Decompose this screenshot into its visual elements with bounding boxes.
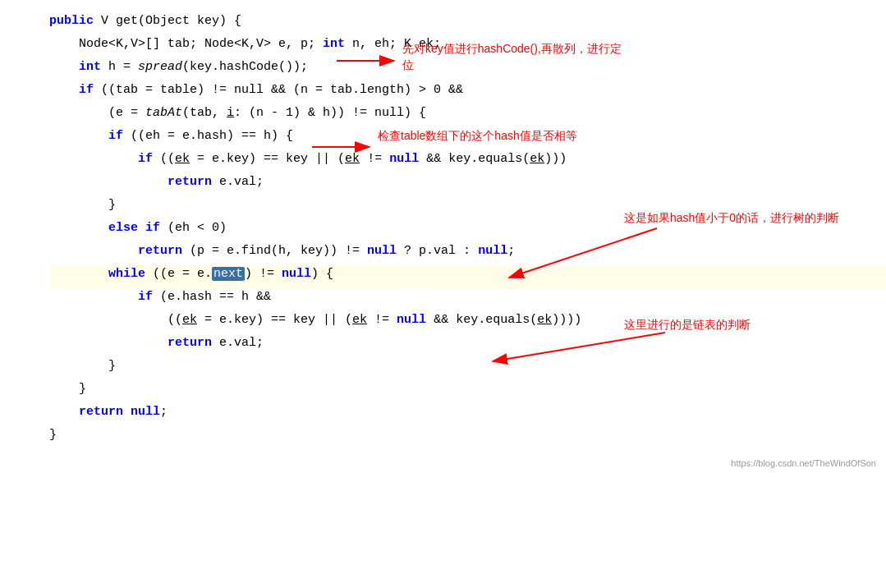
code-line-4: if ((tab = table) != null && (n = tab.le… bbox=[49, 82, 886, 105]
code-text: if ((tab = table) != null && (n = tab.le… bbox=[49, 83, 463, 97]
code-line-12: while ((e = e.next) != null) { bbox=[49, 266, 886, 289]
code-line-7: if ((ek = e.key) == key || (ek != null &… bbox=[49, 151, 886, 174]
code-text: } bbox=[49, 428, 57, 442]
code-text: } bbox=[49, 382, 86, 396]
code-line-14: ((ek = e.key) == key || (ek != null && k… bbox=[49, 312, 886, 335]
code-line-18: return null; bbox=[49, 404, 886, 427]
code-text: (e = tabAt(tab, i: (n - 1) & h)) != null… bbox=[49, 106, 426, 120]
code-text: if ((eh = e.hash) == h) { bbox=[49, 129, 293, 143]
watermark: https://blog.csdn.net/TheWindOfSon bbox=[731, 458, 876, 468]
code-text: if ((ek = e.key) == key || (ek != null &… bbox=[49, 152, 567, 166]
code-line-17: } bbox=[49, 381, 886, 404]
code-line-10: else if (eh < 0) bbox=[49, 220, 886, 243]
code-line-13: if (e.hash == h && bbox=[49, 289, 886, 312]
code-line-11: return (p = e.find(h, key)) != null ? p.… bbox=[49, 243, 886, 266]
code-text: return e.val; bbox=[49, 175, 264, 189]
code-text: while ((e = e.next) != null) { bbox=[49, 267, 333, 281]
code-text: return (p = e.find(h, key)) != null ? p.… bbox=[49, 244, 515, 258]
code-text: else if (eh < 0) bbox=[49, 221, 227, 235]
code-text: } bbox=[49, 359, 116, 373]
code-text: ((ek = e.key) == key || (ek != null && k… bbox=[49, 313, 581, 327]
code-line-6: if ((eh = e.hash) == h) { bbox=[49, 128, 886, 151]
code-text: return e.val; bbox=[49, 336, 264, 350]
code-line-8: return e.val; bbox=[49, 174, 886, 197]
code-line-3: int h = spread(key.hashCode()); bbox=[49, 59, 886, 82]
code-line-19: } bbox=[49, 427, 886, 450]
code-line-15: return e.val; bbox=[49, 335, 886, 358]
code-container: public V get(Object key) { Node<K,V>[] t… bbox=[0, 0, 886, 475]
code-text: if (e.hash == h && bbox=[49, 290, 271, 304]
code-line-1: public V get(Object key) { bbox=[49, 13, 886, 36]
code-line-2: Node<K,V>[] tab; Node<K,V> e, p; int n, … bbox=[49, 36, 886, 59]
code-text: } bbox=[49, 198, 116, 212]
code-line-16: } bbox=[49, 358, 886, 381]
code-line-9: } bbox=[49, 197, 886, 220]
code-text: Node<K,V>[] tab; Node<K,V> e, p; int n, … bbox=[49, 37, 441, 51]
code-text: int h = spread(key.hashCode()); bbox=[49, 60, 308, 74]
code-line-5: (e = tabAt(tab, i: (n - 1) & h)) != null… bbox=[49, 105, 886, 128]
code-text: return null; bbox=[49, 405, 168, 419]
code-text: public V get(Object key) { bbox=[49, 14, 241, 28]
